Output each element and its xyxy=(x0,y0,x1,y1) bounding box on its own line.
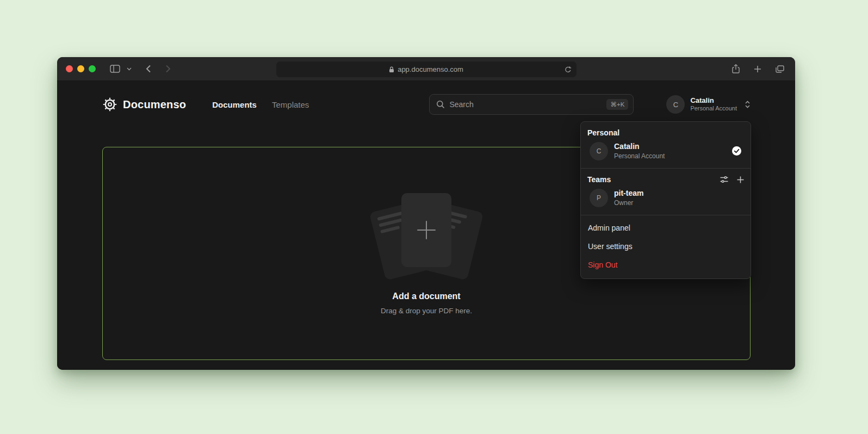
personal-subtitle: Personal Account xyxy=(614,152,665,160)
teams-section-label: Teams xyxy=(587,175,611,184)
account-subtitle: Personal Account xyxy=(690,105,737,113)
illustration-card-center xyxy=(401,193,451,267)
account-dropdown-menu: Personal C Catalin Personal Account xyxy=(580,121,751,279)
add-team-icon[interactable] xyxy=(737,176,744,183)
brand-name: Documenso xyxy=(123,98,186,111)
brand[interactable]: Documenso xyxy=(103,97,186,111)
personal-account-item[interactable]: C Catalin Personal Account xyxy=(587,137,744,162)
close-button[interactable] xyxy=(66,65,73,72)
minimize-button[interactable] xyxy=(77,65,84,72)
account-name: Catalin xyxy=(690,96,737,105)
search-input[interactable] xyxy=(449,100,602,109)
browser-toolbar-right xyxy=(730,62,786,76)
search-bar[interactable]: ⌘+K xyxy=(429,94,634,115)
selected-check-icon xyxy=(731,146,742,156)
browser-window: app.documenso.com xyxy=(57,57,795,370)
nav-documents[interactable]: Documents xyxy=(212,100,257,109)
team-avatar: P xyxy=(590,189,608,207)
personal-avatar: C xyxy=(590,142,608,160)
search-icon xyxy=(436,100,445,109)
account-menu-button[interactable]: C Catalin Personal Account xyxy=(666,95,751,114)
tab-overview-icon[interactable] xyxy=(773,63,786,75)
plus-icon xyxy=(417,221,436,239)
address-bar[interactable]: app.documenso.com xyxy=(276,61,576,77)
chevron-up-down-icon xyxy=(745,100,751,109)
zoom-button[interactable] xyxy=(89,65,96,72)
teams-section: Teams xyxy=(581,169,751,215)
personal-section-label: Personal xyxy=(587,128,744,137)
manage-teams-icon[interactable] xyxy=(720,176,728,183)
sidebar-toggle-icon[interactable] xyxy=(108,63,122,75)
url-text: app.documenso.com xyxy=(398,65,463,73)
browser-nav-controls xyxy=(108,63,173,75)
app-content: Documenso Documents Templates ⌘+K xyxy=(57,81,795,370)
team-role: Owner xyxy=(614,199,643,207)
dropzone-title: Add a document xyxy=(392,292,460,301)
back-button[interactable] xyxy=(144,63,153,75)
team-name: pit-team xyxy=(614,188,643,199)
sidebar-chevron-icon[interactable] xyxy=(125,65,134,73)
reload-icon[interactable] xyxy=(565,66,572,73)
menu-item-user-settings[interactable]: User settings xyxy=(581,237,751,256)
browser-titlebar: app.documenso.com xyxy=(57,57,795,81)
nav-templates[interactable]: Templates xyxy=(272,100,309,109)
personal-section: Personal C Catalin Personal Account xyxy=(581,122,751,168)
account-avatar: C xyxy=(666,95,685,114)
window-controls xyxy=(66,65,96,72)
desktop: app.documenso.com xyxy=(0,0,868,434)
search-shortcut-badge: ⌘+K xyxy=(606,99,628,110)
documents-illustration xyxy=(367,192,486,271)
menu-item-sign-out[interactable]: Sign Out xyxy=(581,256,751,274)
forward-button[interactable] xyxy=(163,63,173,75)
personal-name: Catalin xyxy=(614,141,665,152)
team-item[interactable]: P pit-team Owner xyxy=(587,184,744,208)
menu-actions: Admin panel User settings Sign Out xyxy=(581,215,751,278)
new-tab-icon[interactable] xyxy=(752,63,764,75)
documenso-logo-icon xyxy=(103,97,117,111)
dropzone-subtitle: Drag & drop your PDF here. xyxy=(381,307,472,315)
lock-icon xyxy=(389,66,394,73)
menu-item-admin-panel[interactable]: Admin panel xyxy=(581,219,751,237)
share-icon[interactable] xyxy=(730,62,742,76)
main-nav: Documents Templates xyxy=(212,100,309,109)
